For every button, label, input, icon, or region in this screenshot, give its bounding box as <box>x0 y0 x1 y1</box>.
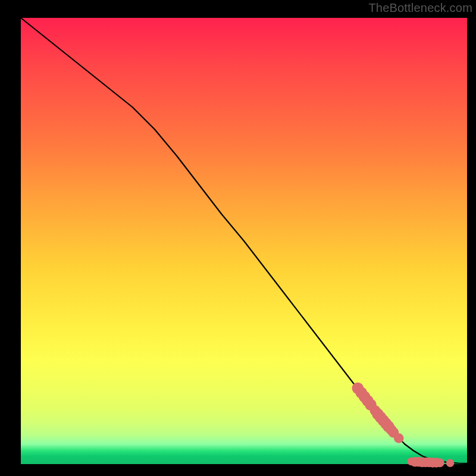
chart-line <box>21 18 467 464</box>
plot-area <box>21 18 467 464</box>
chart-marker <box>446 459 455 467</box>
watermark-text: TheBottleneck.com <box>368 1 472 15</box>
chart-marker <box>394 433 404 443</box>
chart-markers <box>352 383 455 468</box>
chart-marker <box>436 458 444 467</box>
chart-svg <box>21 18 467 464</box>
chart-frame: TheBottleneck.com <box>0 0 476 476</box>
